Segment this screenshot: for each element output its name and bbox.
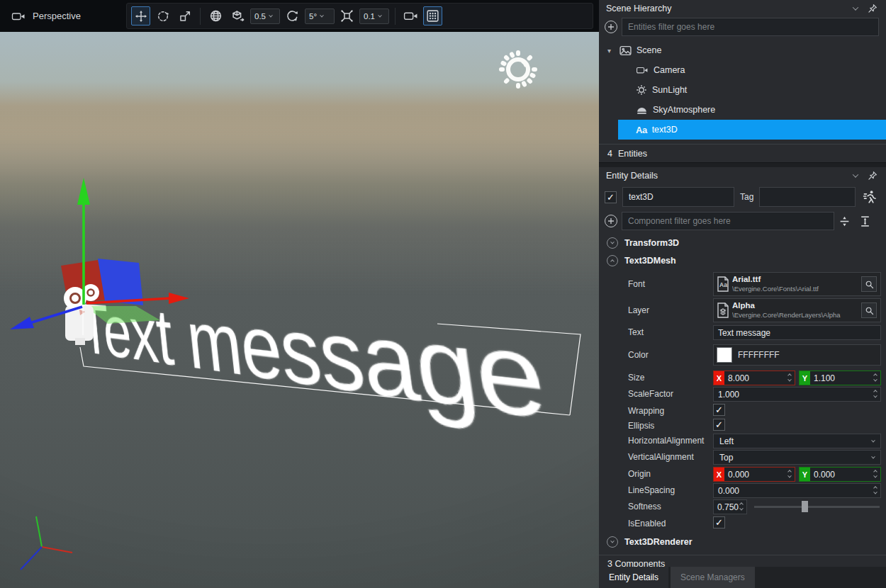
scene-tree: ▾ Scene Camera SunLight SkyAtmosphere Aa… <box>599 39 886 140</box>
text3d-billboard-icon[interactable] <box>64 284 99 345</box>
entities-count: 4 <box>607 149 612 159</box>
entity-enabled-checkbox[interactable]: ✓ <box>605 191 617 203</box>
camera-settings-button[interactable] <box>401 6 420 26</box>
linespacing-input[interactable]: 0.000 <box>713 483 881 498</box>
size-x-field[interactable]: X 8.000 <box>713 371 795 385</box>
dropdown-value: Top <box>719 453 733 463</box>
color-hex-value: FFFFFFFF <box>738 350 780 360</box>
tree-item-text3d[interactable]: Aa text3D <box>618 120 886 140</box>
ellipsis-property-row: Ellipsis ✓ <box>599 419 886 431</box>
tree-item-label: Scene <box>637 45 661 55</box>
tab-scene-managers[interactable]: Scene Managers <box>671 567 755 588</box>
stepper-icon[interactable] <box>874 487 880 494</box>
scale-snap-value[interactable]: 0.1 <box>359 9 389 24</box>
collapse-panel-icon[interactable] <box>853 171 858 177</box>
right-panel: Scene Hierarchy ▾ Scene Camera SunL <box>599 0 886 588</box>
softness-slider-handle[interactable] <box>802 501 808 512</box>
softness-slider[interactable] <box>754 506 880 508</box>
color-picker-field[interactable]: FFFFFFFF <box>713 344 881 366</box>
search-asset-button[interactable] <box>861 303 877 318</box>
tree-item-scene[interactable]: ▾ Scene <box>599 40 886 60</box>
pin-icon[interactable] <box>868 4 877 13</box>
wrapping-checkbox[interactable]: ✓ <box>713 404 725 416</box>
property-label: VerticalAlignment <box>628 450 713 462</box>
gizmo-plane-xz[interactable] <box>85 306 160 324</box>
rotate-snap-value[interactable]: 5° <box>305 9 335 24</box>
horizontal-alignment-dropdown[interactable]: Left <box>713 434 881 448</box>
tree-item-skyatmosphere[interactable]: SkyAtmosphere <box>599 100 886 120</box>
entity-details-header: Entity Details <box>599 167 886 183</box>
scale-snap-icon[interactable] <box>337 6 357 26</box>
rotate-snap-text: 5° <box>309 12 317 21</box>
property-label: Font <box>628 272 713 289</box>
font-asset-field[interactable]: Aa Arial.ttf \Evergine.Core\Fonts\Arial.… <box>713 272 881 296</box>
stepper-icon[interactable] <box>788 470 795 478</box>
softness-input[interactable]: 0.750 <box>713 499 747 514</box>
rotate-snap-icon[interactable] <box>283 6 302 26</box>
stepper-icon[interactable] <box>874 390 880 398</box>
layer-asset-field[interactable]: Alpha \Evergine.Core\RenderLayers\Alpha <box>713 298 881 322</box>
section-chevron-icon <box>607 255 618 266</box>
global-local-space-button[interactable] <box>206 6 225 26</box>
pin-icon[interactable] <box>868 171 877 181</box>
entities-filter-input[interactable] <box>622 18 879 36</box>
rotate-tool-button[interactable] <box>153 6 172 26</box>
ellipsis-checkbox[interactable]: ✓ <box>713 419 725 431</box>
origin-x-field[interactable]: X 0.000 <box>713 467 795 482</box>
scale-tool-button[interactable] <box>175 6 194 26</box>
section-text3dmesh[interactable]: Text3DMesh <box>599 251 886 269</box>
runtime-entity-icon[interactable] <box>863 189 877 205</box>
collapse-components-icon[interactable] <box>839 215 851 227</box>
tree-item-label: text3D <box>652 125 678 135</box>
origin-y-value: 0.000 <box>810 470 835 480</box>
size-y-field[interactable]: Y 1.100 <box>799 371 881 385</box>
isenabled-checkbox[interactable]: ✓ <box>713 516 725 528</box>
scale-snap-text: 0.1 <box>364 12 375 21</box>
search-asset-button[interactable] <box>861 276 877 292</box>
linespacing-property-row: LineSpacing 0.000 <box>599 483 886 498</box>
translate-snap-icon[interactable] <box>228 6 247 26</box>
collapse-panel-icon[interactable] <box>853 4 858 10</box>
expand-components-icon[interactable] <box>859 215 871 227</box>
asset-name-block: Alpha \Evergine.Core\RenderLayers\Alpha <box>732 301 861 319</box>
grid-toggle-button[interactable] <box>423 6 442 26</box>
chevron-down-icon <box>378 13 382 17</box>
asset-name-block: Arial.ttf \Evergine.Core\Fonts\Arial.ttf <box>732 275 861 293</box>
entity-name-input[interactable] <box>622 187 734 207</box>
font-property-row: Font Aa Arial.ttf \Evergine.Core\Fonts\A… <box>599 272 886 296</box>
origin-y-field[interactable]: Y 0.000 <box>799 467 881 482</box>
stepper-icon[interactable] <box>874 374 880 382</box>
vertical-alignment-dropdown[interactable]: Top <box>713 450 881 465</box>
view-mode-label: Perspective <box>33 11 81 21</box>
tab-entity-details[interactable]: Entity Details <box>599 567 668 588</box>
scene-viewport[interactable]: Text message <box>0 32 599 588</box>
tree-item-camera[interactable]: Camera <box>599 60 886 80</box>
tree-item-sunlight[interactable]: SunLight <box>599 80 886 100</box>
stepper-icon[interactable] <box>788 374 795 382</box>
add-component-button[interactable] <box>605 215 617 227</box>
add-entity-button[interactable] <box>605 21 617 33</box>
translate-snap-value[interactable]: 0.5 <box>250 9 280 24</box>
section-text3drenderer[interactable]: Text3DRenderer <box>599 533 886 550</box>
panel-divider <box>599 162 886 167</box>
property-label: HorizontalAlignment <box>628 434 713 446</box>
color-swatch[interactable] <box>717 347 732 363</box>
component-filter-input[interactable] <box>622 212 834 230</box>
section-chevron-icon <box>607 536 618 548</box>
asset-name: Arial.ttf <box>732 275 861 285</box>
chevron-down-icon <box>871 438 875 442</box>
x-axis-badge: X <box>714 468 724 481</box>
move-tool-button[interactable] <box>131 6 150 26</box>
text-value-input[interactable]: Text message <box>713 325 881 340</box>
section-transform3d[interactable]: Transform3D <box>599 234 886 251</box>
search-icon <box>865 306 874 315</box>
gizmo-plane-yz[interactable] <box>98 259 143 305</box>
stepper-icon[interactable] <box>874 470 880 478</box>
tree-item-label: SunLight <box>652 85 687 95</box>
tag-input[interactable] <box>759 187 856 207</box>
stepper-icon[interactable] <box>740 503 746 511</box>
view-mode-selector[interactable]: Perspective <box>0 11 126 22</box>
expander-icon[interactable]: ▾ <box>607 47 615 55</box>
scalefactor-input[interactable]: 1.000 <box>713 387 881 402</box>
section-label: Text3DRenderer <box>624 537 692 547</box>
